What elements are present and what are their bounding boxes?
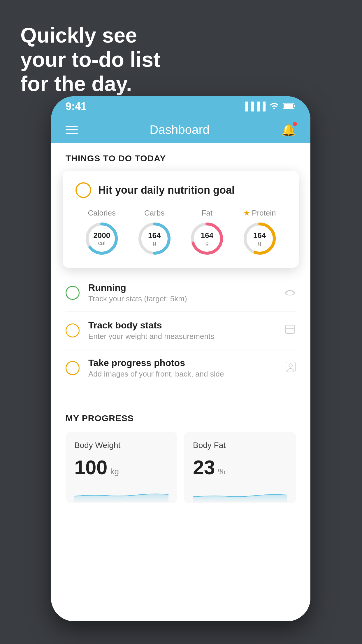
body-stats-subtitle: Enter your weight and measurements: [88, 332, 275, 341]
notification-button[interactable]: 🔔: [281, 123, 296, 137]
protein-value: 164 g: [253, 231, 266, 246]
body-fat-title: Body Fat: [193, 441, 287, 450]
body-weight-card[interactable]: Body Weight 100 kg: [66, 432, 177, 503]
progress-photos-title: Take progress photos: [88, 358, 277, 368]
progress-photos-info: Take progress photos Add images of your …: [88, 358, 277, 379]
nutrition-fat: Fat 164 g: [189, 209, 224, 256]
phone-mockup: 9:41 ▐▐▐▐ Dashboard: [51, 96, 310, 621]
progress-section-header: MY PROGRESS: [66, 413, 296, 423]
headline-line3: for the day.: [20, 72, 160, 96]
calories-value: 2000 cal: [93, 231, 110, 246]
nutrition-check-circle[interactable]: [75, 182, 91, 198]
nutrition-carbs: Carbs 164 g: [137, 209, 172, 256]
body-fat-value: 23 %: [193, 456, 287, 479]
hamburger-line1: [66, 126, 78, 127]
person-icon: [285, 361, 296, 375]
headline-line2: your to-do list: [20, 48, 160, 72]
carbs-label: Carbs: [144, 209, 164, 218]
phone-content: THINGS TO DO TODAY Hit your daily nutrit…: [51, 143, 310, 621]
status-time: 9:41: [66, 100, 87, 113]
body-fat-card[interactable]: Body Fat 23 %: [184, 432, 296, 503]
progress-photos-check-circle[interactable]: [66, 361, 80, 375]
running-info: Running Track your stats (target: 5km): [88, 282, 275, 303]
body-weight-number: 100: [74, 456, 107, 479]
todo-body-stats[interactable]: Track body stats Enter your weight and m…: [66, 312, 296, 349]
body-weight-unit: kg: [110, 467, 119, 476]
featured-card-title-row: Hit your daily nutrition goal: [75, 182, 286, 198]
protein-donut: 164 g: [242, 221, 277, 256]
notification-dot: [293, 122, 297, 126]
carbs-value: 164 g: [148, 231, 161, 246]
running-check-circle[interactable]: [66, 286, 80, 300]
running-subtitle: Track your stats (target: 5km): [88, 294, 275, 303]
status-bar: 9:41 ▐▐▐▐: [51, 96, 310, 117]
hamburger-line2: [66, 129, 78, 130]
nutrition-protein: ★ Protein 164 g: [242, 209, 277, 256]
nav-bar: Dashboard 🔔: [51, 117, 310, 143]
body-fat-number: 23: [193, 456, 215, 479]
protein-label: ★ Protein: [243, 209, 276, 218]
calories-label: Calories: [88, 209, 116, 218]
svg-rect-2: [294, 105, 295, 107]
nav-title: Dashboard: [150, 123, 209, 137]
body-stats-info: Track body stats Enter your weight and m…: [88, 320, 275, 341]
signal-icon: ▐▐▐▐: [242, 102, 266, 111]
carbs-donut: 164 g: [137, 221, 172, 256]
nutrition-grid: Calories 2000 cal Carbs: [75, 209, 286, 256]
body-stats-check-circle[interactable]: [66, 323, 80, 337]
headline-line1: Quickly see: [20, 23, 160, 48]
featured-card-text: Hit your daily nutrition goal: [98, 184, 235, 196]
menu-button[interactable]: [66, 126, 78, 134]
fat-value: 164 g: [201, 231, 213, 246]
body-fat-unit: %: [218, 467, 225, 476]
svg-rect-1: [284, 104, 293, 108]
calories-donut: 2000 cal: [84, 221, 119, 256]
progress-section: MY PROGRESS Body Weight 100 kg: [51, 399, 310, 503]
running-title: Running: [88, 282, 275, 293]
nutrition-calories: Calories 2000 cal: [84, 209, 119, 256]
featured-card: Hit your daily nutrition goal Calories 2…: [63, 171, 299, 268]
fat-label: Fat: [201, 209, 212, 218]
body-stats-title: Track body stats: [88, 320, 275, 331]
battery-icon: [283, 102, 296, 111]
svg-point-16: [289, 364, 292, 367]
hamburger-line3: [66, 133, 78, 134]
fat-donut: 164 g: [189, 221, 224, 256]
scale-icon: [284, 324, 296, 337]
progress-grid: Body Weight 100 kg: [66, 432, 296, 503]
todo-progress-photos[interactable]: Take progress photos Add images of your …: [66, 349, 296, 387]
star-icon: ★: [243, 209, 250, 218]
headline: Quickly see your to-do list for the day.: [20, 23, 160, 96]
todo-running[interactable]: Running Track your stats (target: 5km): [66, 274, 296, 312]
wifi-icon: [269, 102, 280, 111]
todo-list: Running Track your stats (target: 5km) T…: [51, 274, 310, 387]
body-weight-value: 100 kg: [74, 456, 168, 479]
running-icon: [284, 287, 296, 299]
status-icons: ▐▐▐▐: [242, 102, 296, 111]
body-fat-chart: [193, 484, 287, 502]
things-section-header: THINGS TO DO TODAY: [51, 143, 310, 169]
body-weight-chart: [74, 484, 168, 502]
body-weight-title: Body Weight: [74, 441, 168, 450]
progress-photos-subtitle: Add images of your front, back, and side: [88, 370, 277, 379]
